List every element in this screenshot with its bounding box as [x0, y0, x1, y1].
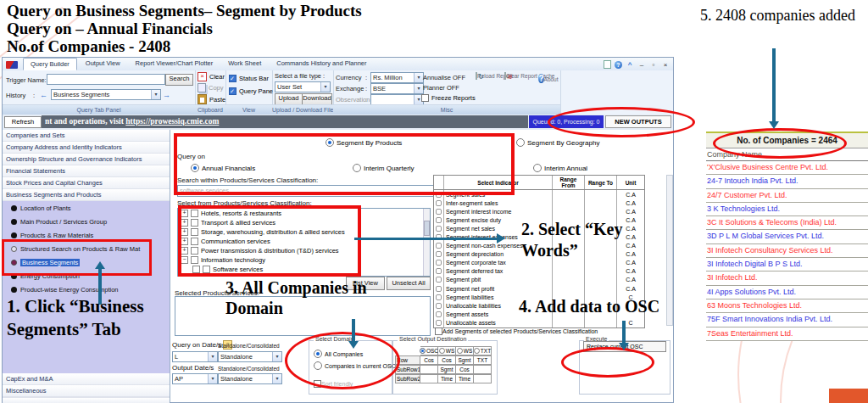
- sort-friendly-checkbox[interactable]: Sort friendly: [314, 380, 353, 388]
- sidebar-item[interactable]: Financial Statements: [3, 165, 170, 177]
- range-from-cell[interactable]: [553, 207, 585, 215]
- tree-item[interactable]: Software services: [178, 265, 430, 274]
- company-row[interactable]: 3I Infotech Digital B P S Ltd.: [706, 258, 868, 271]
- indicator-checkbox-cell[interactable]: [434, 318, 444, 327]
- indicator-checkbox-cell[interactable]: [434, 293, 444, 301]
- tree-scrollbar[interactable]: [423, 209, 430, 276]
- add-segments-checkbox[interactable]: Add Segments of selected Products/Servic…: [435, 327, 598, 335]
- tree-checkbox[interactable]: [191, 210, 198, 217]
- expander-icon[interactable]: [181, 238, 188, 245]
- destination-option[interactable]: WS: [456, 346, 474, 355]
- range-to-cell[interactable]: [585, 267, 617, 276]
- range-from-cell[interactable]: [553, 276, 585, 284]
- range-to-cell[interactable]: [585, 199, 617, 207]
- tree-checkbox[interactable]: [191, 219, 198, 227]
- indicator-row[interactable]: Segment sales C.A: [434, 190, 644, 199]
- indicator-row[interactable]: Segment interest income C.A: [434, 207, 644, 215]
- tree-item[interactable]: Transport & allied services: [178, 218, 430, 227]
- destination-option[interactable]: WS: [438, 346, 456, 355]
- history-dropdown[interactable]: Business Segments: [51, 89, 161, 100]
- collapse-ribbon-icon[interactable]: [626, 61, 634, 69]
- app-tab[interactable]: Commands History and Planner: [270, 58, 373, 70]
- sidebar-item[interactable]: Ownership Structure and Governance Indic…: [3, 154, 170, 165]
- paste-button[interactable]: Paste: [198, 94, 225, 104]
- tree-checkbox[interactable]: [203, 266, 210, 273]
- app-tab[interactable]: Output View: [79, 58, 127, 70]
- destination-option[interactable]: TXT: [474, 346, 492, 355]
- sidebar-subitem[interactable]: Main Product / Services Group: [3, 215, 170, 228]
- indicator-checkbox-cell[interactable]: [434, 242, 444, 250]
- grid-row-header[interactable]: SubRow2: [395, 374, 420, 383]
- history-back-icon[interactable]: ←: [40, 91, 47, 99]
- file-type-dropdown[interactable]: User Set: [275, 81, 331, 92]
- refresh-button[interactable]: Refresh: [4, 116, 42, 128]
- destination-option[interactable]: OSC: [420, 346, 438, 355]
- company-row[interactable]: 4I Apps Solutions Pvt. Ltd.: [706, 286, 868, 299]
- currency-dropdown[interactable]: Rs. Million: [370, 72, 424, 83]
- company-row[interactable]: 24-7 Intouch India Pvt. Ltd.: [706, 175, 868, 188]
- indicator-row[interactable]: Segment deferred tax C.A: [434, 267, 644, 276]
- all-companies-radio[interactable]: All Companies: [314, 350, 363, 358]
- grid-row-header[interactable]: Row: [395, 355, 420, 365]
- range-from-cell[interactable]: [553, 318, 585, 327]
- company-row[interactable]: 75F Smart Innovations India Pvt. Ltd.: [706, 313, 868, 327]
- range-from-cell[interactable]: [553, 190, 585, 199]
- sidebar-item[interactable]: Company Address and Identity Indicators: [3, 142, 170, 154]
- sidebar-subitem[interactable]: Structured Search on Products & Raw Mat: [3, 242, 170, 255]
- indicator-checkbox-cell[interactable]: [434, 215, 444, 224]
- annual-financials-radio[interactable]: Annual Financials: [191, 164, 255, 172]
- app-tab[interactable]: Query Builder: [23, 58, 77, 70]
- tree-item[interactable]: Information technology: [178, 255, 430, 265]
- new-outputs-button[interactable]: NEW OUTPUTS: [605, 115, 671, 128]
- segment-by-products-radio[interactable]: Segment By Products: [326, 138, 402, 147]
- grid-row-header[interactable]: SubRow1: [395, 365, 420, 374]
- sidebar-subitem[interactable]: Energy Consumption: [3, 269, 170, 283]
- tree-item[interactable]: Storage, warehousing, distribution & all…: [178, 227, 430, 237]
- app-tab[interactable]: Work Sheet: [221, 58, 268, 70]
- sidebar-subitem[interactable]: Business Segments: [3, 255, 170, 269]
- about-button[interactable]: About: [538, 72, 559, 86]
- indicator-row[interactable]: Segment pbit C.A: [434, 276, 644, 284]
- query-pane-checkbox[interactable]: Query Pane: [229, 87, 273, 95]
- indicator-row[interactable]: Unallocable assets C: [434, 318, 644, 327]
- indicator-checkbox-cell[interactable]: [434, 267, 444, 276]
- company-row[interactable]: 24/7 Customer Pvt. Ltd.: [706, 189, 868, 203]
- sidebar-item[interactable]: Companies and Sets: [3, 130, 170, 142]
- companies-in-current-osc-radio[interactable]: Companies in current OSC: [314, 361, 396, 370]
- sidebar-item[interactable]: Miscellaneous: [3, 385, 170, 397]
- tree-checkbox[interactable]: [191, 247, 198, 255]
- status-bar-checkbox[interactable]: Status Bar: [229, 75, 269, 82]
- trigger-name-input[interactable]: [47, 74, 165, 85]
- company-row[interactable]: 63 Moons Technologies Ltd.: [706, 299, 868, 313]
- company-row[interactable]: 7Seas Entertainment Ltd.: [706, 327, 868, 341]
- marquee-link[interactable]: https://prowessiq.cmie.com: [125, 117, 219, 126]
- expander-icon[interactable]: [181, 256, 188, 264]
- indicator-row[interactable]: Segment net profit C.A: [434, 284, 644, 293]
- help-ball-icon[interactable]: [615, 61, 622, 69]
- range-to-cell[interactable]: [585, 284, 617, 293]
- company-row[interactable]: 3D P L M Global Services Pvt. Ltd.: [706, 230, 868, 243]
- indicator-checkbox-cell[interactable]: [434, 276, 444, 284]
- history-forward-icon[interactable]: →: [163, 91, 170, 99]
- close-icon[interactable]: [661, 61, 670, 69]
- expander-icon[interactable]: [181, 210, 188, 217]
- app-tab[interactable]: Report Viewer/Chart Plotter: [129, 58, 220, 70]
- tree-checkbox[interactable]: [191, 228, 198, 236]
- company-row[interactable]: 3C It Solutions & Telecoms (India) Ltd.: [706, 216, 868, 230]
- sidebar-item[interactable]: Stock Prices and Capital Changes: [3, 177, 170, 189]
- output-dates-dropdown[interactable]: AP: [172, 373, 218, 384]
- range-to-cell[interactable]: [585, 190, 617, 199]
- trigger-search-button[interactable]: Search: [165, 74, 193, 86]
- range-to-cell[interactable]: [585, 318, 617, 327]
- clear-button[interactable]: Clear: [198, 72, 225, 81]
- indicator-checkbox-cell[interactable]: [434, 224, 444, 232]
- clear-report-cache-button[interactable]: Clear Report Cache: [504, 73, 537, 79]
- sidebar-subitem[interactable]: Products & Raw Materials: [3, 228, 170, 242]
- indicator-row[interactable]: Inter-segment sales C.A: [434, 199, 644, 207]
- sidebar-item[interactable]: Business Segments and Products: [3, 189, 170, 201]
- indicator-checkbox-cell[interactable]: [434, 259, 444, 267]
- expander-icon[interactable]: [181, 247, 188, 255]
- standalone-dropdown2[interactable]: Standalone: [218, 373, 282, 384]
- tree-item[interactable]: Hotels, resorts & restaurants: [178, 209, 430, 218]
- download-button[interactable]: Download: [302, 93, 332, 105]
